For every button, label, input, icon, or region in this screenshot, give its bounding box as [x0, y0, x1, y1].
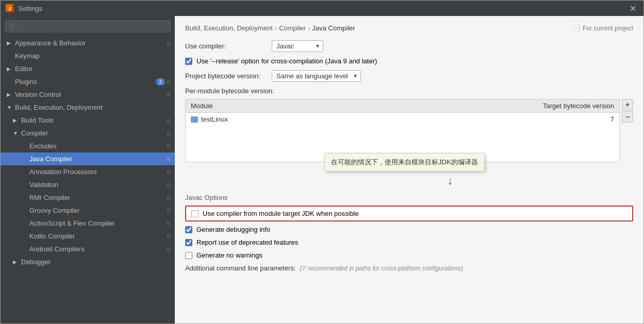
window-title: Settings [18, 5, 628, 12]
use-compiler-checkbox-unchecked[interactable] [191, 210, 199, 217]
sidebar-item-keymap[interactable]: Keymap [1, 49, 175, 62]
arrow-icon: ▼ [13, 130, 19, 136]
sidebar-item-label: Validation [29, 181, 58, 189]
additional-params-row: Additional command line parameters: ('/'… [185, 264, 633, 272]
sidebar-item-label: Annotation Processors [29, 168, 97, 176]
sidebar-item-label: ActionScript & Flex Compiler [29, 219, 114, 227]
content-inner: Build, Execution, Deployment › Compiler … [185, 24, 633, 272]
sidebar-item-actionscript-compiler[interactable]: ActionScript & Flex Compiler ⎘ [1, 217, 175, 230]
sidebar-item-label: Kotlin Compiler [29, 232, 75, 240]
use-compiler-label: Use compiler: [185, 42, 268, 50]
tooltip: 在可能的情况下，使用来自模块目标JDK的编译器 ↓ [324, 153, 485, 172]
project-icon: 📄 [573, 25, 581, 32]
breadcrumb-part2: Compiler [279, 24, 306, 32]
use-compiler-option-box: Use compiler from module target JDK when… [185, 206, 633, 221]
sidebar-item-java-compiler[interactable]: Java Compiler ⎘ [1, 152, 175, 165]
deprecated-row: Report use of deprecated features [185, 238, 633, 246]
sidebar-item-build-execution[interactable]: ▼ Build, Execution, Deployment [1, 101, 175, 114]
arrow-icon: ▶ [13, 117, 19, 123]
plugins-badge: 3 [156, 78, 165, 86]
copy-icon: ⎘ [167, 246, 171, 252]
copy-icon: ⎘ [167, 169, 171, 175]
additional-params-hint: ('/' recommended in paths for cross-plat… [300, 265, 463, 272]
module-target-cell: 7 [345, 113, 619, 126]
additional-params-label: Additional command line parameters: [185, 264, 296, 272]
sidebar-item-label: Compiler [21, 129, 48, 137]
copy-icon: ⎘ [167, 79, 171, 85]
for-current-project: 📄 For current project [573, 25, 633, 32]
sidebar-item-compiler[interactable]: ▼ Compiler ⎘ [1, 127, 175, 140]
deprecated-label: Report use of deprecated features [196, 238, 298, 246]
sidebar-item-validation[interactable]: Validation ⎘ [1, 178, 175, 191]
sidebar-item-excludes[interactable]: Excludes ⎘ [1, 140, 175, 152]
copy-icon: ⎘ [167, 130, 171, 137]
use-compiler-row: Use compiler: Javac ▼ [185, 40, 633, 52]
add-module-button[interactable]: + [622, 99, 633, 110]
arrow-down-icon: ↓ [448, 174, 453, 187]
sidebar-item-label: Plugins [15, 78, 37, 86]
generate-debug-checkbox[interactable] [185, 226, 192, 233]
sidebar-item-label: Groovy Compiler [29, 207, 80, 214]
sidebar-item-label: Android Compilers [29, 245, 85, 253]
use-compiler-option-label: Use compiler from module target JDK when… [203, 210, 359, 217]
titlebar: J Settings ✕ [1, 1, 643, 16]
release-option-row: Use '--release' option for cross-compila… [185, 57, 633, 65]
project-bytecode-label: Project bytecode version: [185, 72, 268, 80]
sidebar-item-label: Excludes [29, 142, 57, 150]
copy-icon: ⎘ [167, 40, 171, 46]
sidebar-item-label: Version Control [15, 91, 61, 98]
arrow-icon: ▶ [7, 40, 13, 46]
sidebar-item-version-control[interactable]: ▶ Version Control ⎘ [1, 88, 175, 101]
no-warnings-checkbox[interactable] [185, 252, 192, 259]
sidebar-item-editor[interactable]: ▶ Editor [1, 62, 175, 75]
sidebar-item-annotation-processors[interactable]: Annotation Processors ⎘ [1, 165, 175, 178]
per-module-label: Per-module bytecode version: [185, 87, 633, 95]
sidebar-item-android-compilers[interactable]: Android Compilers ⎘ [1, 243, 175, 255]
sidebar-item-label: RMI Compiler [29, 194, 70, 201]
close-button[interactable]: ✕ [628, 4, 638, 13]
sidebar-item-label: Keymap [15, 52, 40, 60]
generate-debug-label: Generate debugging info [196, 226, 270, 233]
sidebar-item-groovy-compiler[interactable]: Groovy Compiler ⎘ [1, 204, 175, 217]
tooltip-text: 在可能的情况下，使用来自模块目标JDK的编译器 [331, 158, 478, 166]
module-icon [191, 116, 198, 123]
sidebar-item-label: Build Tools [21, 116, 54, 124]
sidebar-item-label: Debugger [21, 258, 51, 266]
sidebar-item-build-tools[interactable]: ▶ Build Tools ⎘ [1, 114, 175, 127]
settings-window: J Settings ✕ ▶ Appearance & Behavior ⎘ K… [0, 0, 644, 324]
sidebar-item-label: Appearance & Behavior [15, 39, 86, 47]
sidebar-item-rmi-compiler[interactable]: RMI Compiler ⎘ [1, 191, 175, 204]
module-table: Module Target bytecode version testLinux [186, 99, 619, 162]
col-module: Module [186, 99, 345, 113]
arrow-icon: ▶ [7, 92, 13, 97]
compiler-select-wrapper: Javac ▼ [272, 40, 323, 52]
arrow-icon: ▶ [7, 66, 13, 72]
no-warnings-row: Generate no warnings [185, 251, 633, 259]
bytecode-select[interactable]: Same as language level [272, 70, 361, 82]
svg-text:J: J [8, 6, 11, 11]
compiler-select[interactable]: Javac [272, 40, 323, 52]
search-input[interactable] [5, 20, 171, 32]
breadcrumb-part3: Java Compiler [312, 24, 355, 32]
sidebar-item-label: Build, Execution, Deployment [15, 104, 103, 111]
table-row: testLinux 7 [186, 113, 619, 126]
remove-module-button[interactable]: − [622, 111, 633, 123]
project-bytecode-row: Project bytecode version: Same as langua… [185, 70, 633, 82]
sidebar-item-plugins[interactable]: Plugins 3 ⎘ [1, 75, 175, 88]
sidebar-item-kotlin-compiler[interactable]: Kotlin Compiler ⎘ [1, 230, 175, 243]
breadcrumb: Build, Execution, Deployment › Compiler … [185, 24, 633, 32]
bytecode-select-wrapper: Same as language level ▼ [272, 70, 361, 82]
deprecated-checkbox[interactable] [185, 239, 192, 246]
arrow-icon: ▼ [7, 105, 13, 110]
breadcrumb-sep1: › [275, 24, 277, 32]
copy-icon: ⎘ [167, 117, 171, 124]
main-content: ▶ Appearance & Behavior ⎘ Keymap ▶ Edito… [1, 16, 643, 323]
breadcrumb-part1: Build, Execution, Deployment [185, 24, 273, 32]
sidebar-item-appearance[interactable]: ▶ Appearance & Behavior ⎘ [1, 37, 175, 49]
release-option-checkbox[interactable] [185, 58, 192, 65]
copy-icon: ⎘ [167, 182, 171, 188]
copy-icon: ⎘ [167, 156, 171, 162]
module-name: testLinux [201, 115, 228, 123]
sidebar-item-debugger[interactable]: ▶ Debugger [1, 255, 175, 268]
javac-options-section: Javac Options Use compiler from module t… [185, 194, 633, 272]
